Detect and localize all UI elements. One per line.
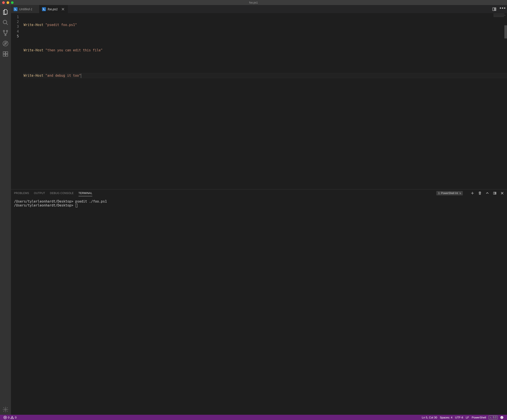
terminal-line: /Users/tylerleonhardt/Desktop> psedit ./… xyxy=(14,200,504,203)
status-eol[interactable]: LF xyxy=(464,415,470,420)
tab-foo-ps1[interactable]: foo.ps1 xyxy=(39,5,68,13)
new-terminal-button[interactable] xyxy=(471,192,474,195)
extensions-icon xyxy=(2,51,8,57)
window-maximize-button[interactable] xyxy=(11,1,14,4)
files-icon xyxy=(2,9,8,15)
panel-tab-problems[interactable]: PROBLEMS xyxy=(14,192,29,195)
minimap[interactable] xyxy=(493,14,507,20)
error-icon xyxy=(3,416,7,419)
svg-point-3 xyxy=(6,30,8,32)
tab-close-button[interactable] xyxy=(61,7,65,11)
window-close-button[interactable] xyxy=(2,1,5,4)
line-number: 1 xyxy=(11,15,24,20)
status-language-mode[interactable]: PowerShell xyxy=(471,415,487,420)
window-minimize-button[interactable] xyxy=(7,1,9,4)
svg-rect-21 xyxy=(495,192,496,194)
status-feedback[interactable] xyxy=(499,415,505,420)
code-line[interactable]: Write-Host "and debug it too" xyxy=(24,73,507,78)
search-icon xyxy=(2,20,8,26)
svg-line-1 xyxy=(6,23,8,25)
tab-untitled-1[interactable]: Untitled-1 xyxy=(11,5,39,13)
trash-icon xyxy=(478,192,482,195)
code-editor[interactable]: 1 2 3 4 5 Write-Host "psedit foo.ps1" Wr… xyxy=(11,13,507,189)
status-problems[interactable]: 0 0 xyxy=(2,415,18,420)
svg-point-29 xyxy=(500,416,503,419)
maximize-panel-button[interactable] xyxy=(486,192,489,195)
code-line[interactable] xyxy=(24,35,507,40)
smiley-icon xyxy=(500,416,504,419)
status-powershell-version[interactable]: 6.0 xyxy=(487,415,499,420)
powershell-icon xyxy=(14,7,17,11)
activity-bar xyxy=(0,5,11,415)
kill-terminal-button[interactable] xyxy=(478,192,482,195)
activity-source-control[interactable] xyxy=(0,28,11,38)
svg-point-31 xyxy=(502,417,503,417)
svg-point-2 xyxy=(3,30,5,32)
line-number: 2 xyxy=(11,20,24,24)
status-encoding[interactable]: UTF-8 xyxy=(454,415,465,420)
svg-rect-8 xyxy=(3,54,5,56)
activity-debug[interactable] xyxy=(0,38,11,49)
svg-point-30 xyxy=(501,417,501,417)
error-count: 0 xyxy=(8,416,9,419)
activity-search[interactable] xyxy=(0,17,11,28)
more-actions-icon[interactable]: ••• xyxy=(500,7,504,11)
panel-tab-debug-console[interactable]: DEBUG CONSOLE xyxy=(50,192,74,195)
no-bug-icon xyxy=(2,41,8,47)
svg-rect-7 xyxy=(3,52,5,54)
terminal-icon xyxy=(490,416,492,419)
svg-rect-16 xyxy=(494,8,496,10)
svg-rect-10 xyxy=(6,52,8,54)
activity-explorer[interactable] xyxy=(0,7,11,17)
line-number: 5 xyxy=(11,34,24,39)
close-icon xyxy=(61,7,65,11)
svg-point-11 xyxy=(5,409,6,410)
window-title: foo.ps1 xyxy=(0,1,507,4)
tab-label: Untitled-1 xyxy=(19,7,32,11)
code-line[interactable] xyxy=(24,61,507,65)
editor-actions: ••• xyxy=(492,5,507,13)
warning-icon xyxy=(10,416,14,419)
split-editor-icon[interactable] xyxy=(492,7,497,11)
panel-actions xyxy=(471,192,504,195)
line-number-gutter: 1 2 3 4 5 xyxy=(11,13,24,189)
text-cursor xyxy=(81,74,81,78)
status-bar: 0 0 Ln 5, Col 30 Spaces: 4 UTF-8 LF Powe… xyxy=(0,415,507,420)
split-terminal-button[interactable] xyxy=(493,192,497,195)
bottom-panel: PROBLEMS OUTPUT DEBUG CONSOLE TERMINAL 1… xyxy=(11,189,507,415)
warning-count: 0 xyxy=(15,416,16,419)
git-branch-icon xyxy=(2,30,8,36)
panel-tab-terminal[interactable]: TERMINAL xyxy=(78,192,92,196)
tab-label: foo.ps1 xyxy=(48,7,58,11)
chevron-up-icon xyxy=(486,192,489,195)
svg-point-0 xyxy=(3,20,7,24)
line-number: 3 xyxy=(11,24,24,29)
activity-settings[interactable] xyxy=(0,404,11,415)
code-area[interactable]: Write-Host "psedit foo.ps1" Write-Host "… xyxy=(24,13,507,189)
close-panel-button[interactable] xyxy=(500,192,504,195)
activity-extensions[interactable] xyxy=(0,49,11,59)
terminal[interactable]: /Users/tylerleonhardt/Desktop> psedit ./… xyxy=(11,197,507,415)
status-cursor-position[interactable]: Ln 5, Col 30 xyxy=(421,415,438,420)
status-indentation[interactable]: Spaces: 4 xyxy=(438,415,454,420)
editor-tabs: Untitled-1 foo.ps1 ••• xyxy=(11,5,507,13)
split-panel-icon xyxy=(493,192,497,195)
gear-icon xyxy=(2,406,8,413)
titlebar: foo.ps1 xyxy=(0,0,507,5)
window-controls xyxy=(0,1,14,4)
scrollbar-thumb[interactable] xyxy=(504,25,507,38)
svg-point-28 xyxy=(12,418,13,419)
plus-icon xyxy=(471,192,474,195)
code-line[interactable]: Write-Host "then you can edit this file" xyxy=(24,48,507,53)
svg-point-4 xyxy=(5,34,6,36)
close-icon xyxy=(500,192,504,195)
svg-rect-9 xyxy=(6,54,8,56)
terminal-line: /Users/tylerleonhardt/Desktop> xyxy=(14,203,504,207)
terminal-cursor xyxy=(76,204,77,207)
terminal-picker[interactable]: 1: PowerShell Int xyxy=(436,191,463,195)
line-number: 4 xyxy=(11,29,24,34)
code-line[interactable]: Write-Host "psedit foo.ps1" xyxy=(24,22,507,27)
powershell-icon xyxy=(42,7,46,11)
panel-tabs: PROBLEMS OUTPUT DEBUG CONSOLE TERMINAL 1… xyxy=(11,189,507,197)
panel-tab-output[interactable]: OUTPUT xyxy=(34,192,45,195)
